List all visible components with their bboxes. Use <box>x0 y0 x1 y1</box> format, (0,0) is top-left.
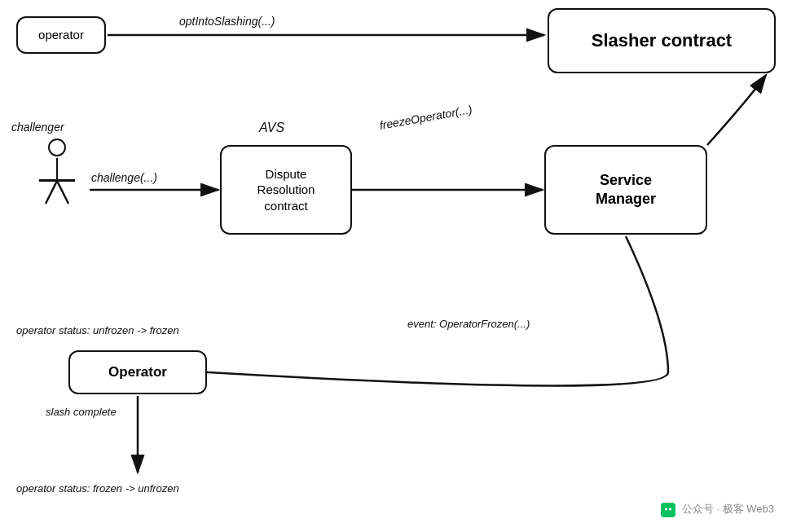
challenger-label: challenger <box>11 121 64 134</box>
svg-point-8 <box>665 508 667 511</box>
arrows-svg <box>0 0 792 532</box>
challenge-label: challenge(...) <box>91 171 157 184</box>
slasher-contract-box: Slasher contract <box>548 8 776 73</box>
avs-label: AVS <box>259 121 284 135</box>
watermark: 公众号 · 极客 Web3 <box>661 502 774 517</box>
svg-line-7 <box>57 181 68 204</box>
operator-status-frozen-label: operator status: frozen -> unfrozen <box>16 482 179 495</box>
service-manager-box: ServiceManager <box>544 145 707 235</box>
operator-bottom-box: Operator <box>68 350 207 394</box>
event-operator-frozen-label: event: OperatorFrozen(...) <box>407 318 530 330</box>
dispute-resolution-box: DisputeResolutioncontract <box>220 145 352 235</box>
freeze-operator-label: freezeOperator(...) <box>378 103 473 132</box>
slash-complete-label: slash complete <box>46 406 117 418</box>
stick-arms <box>39 179 75 182</box>
wechat-icon <box>661 503 675 517</box>
svg-line-6 <box>46 181 57 204</box>
diagram: operator optIntoSlashing(...) Slasher co… <box>0 0 792 532</box>
stick-legs-svg <box>39 181 75 205</box>
stick-head <box>48 138 66 156</box>
opt-into-slashing-label: optIntoSlashing(...) <box>179 15 275 28</box>
operator-top-box: operator <box>16 16 106 54</box>
operator-status-unfrozen-label: operator status: unfrozen -> frozen <box>16 324 179 336</box>
challenger-figure <box>39 138 75 205</box>
svg-point-9 <box>669 508 671 511</box>
stick-body <box>56 158 59 181</box>
